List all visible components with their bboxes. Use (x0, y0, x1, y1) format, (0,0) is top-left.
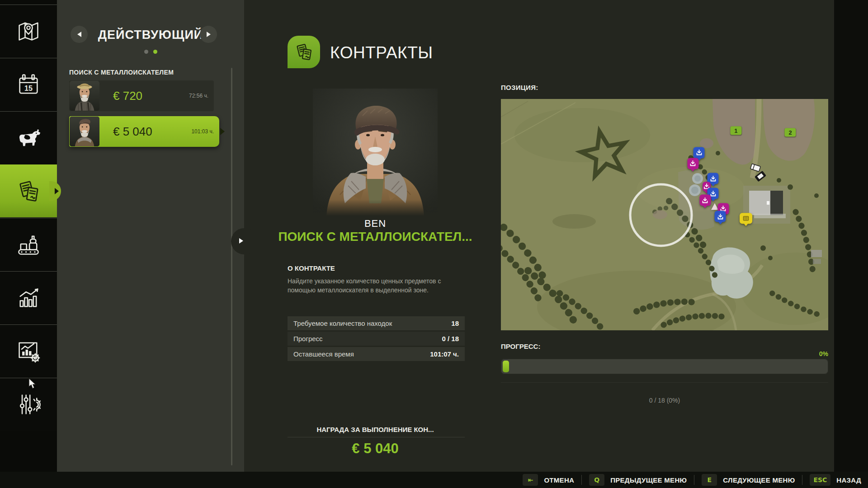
contract-title: ПОИСК С МЕТАЛЛОИСКАТЕЛ... (244, 230, 506, 244)
hotkey-previous-menu[interactable]: Q ПРЕДЫДУЩЕЕ МЕНЮ (589, 474, 687, 486)
sidebar-item-map[interactable] (0, 5, 57, 57)
stat-label: Прогресс (293, 335, 442, 343)
cursor-arrow-icon (28, 378, 37, 390)
contract-description: Найдите указанное количество ценных пред… (288, 277, 465, 295)
pager-dot (144, 50, 148, 54)
blue-unload-marker-icon[interactable] (693, 147, 705, 158)
contracts-icon (293, 42, 314, 62)
position-label: ПОЗИЦИЯ: (501, 84, 538, 91)
contract-reward: € 720 (113, 89, 189, 103)
table-row: Оставшееся время 101:07 ч. (288, 347, 465, 361)
divider (694, 475, 694, 485)
sidebar-item-finances[interactable] (0, 324, 57, 377)
backspace-key-icon: ⇤ (523, 474, 538, 486)
contract-stats-table: Требуемое количество находок 18 Прогресс… (288, 316, 465, 362)
stat-value: 0 / 18 (442, 335, 459, 343)
sidebar-item-animals[interactable] (0, 111, 57, 164)
contracts-screen: 15 (0, 0, 868, 488)
mouse-cursor (28, 378, 37, 392)
calendar-icon: 15 (15, 71, 42, 98)
map-terrain (501, 99, 828, 330)
hotkey-label: ОТМЕНА (544, 476, 574, 484)
field-number-badge[interactable]: 1 (730, 127, 741, 135)
hotkey-label: СЛЕДУЮЩЕЕ МЕНЮ (723, 476, 795, 484)
progress-caption: 0 / 18 (0%) (501, 397, 828, 404)
contract-list-item[interactable]: € 720 72:56 ч. (69, 80, 214, 111)
reward-label: НАГРАДА ЗА ВЫПОЛНЕНИЕ КОН... (244, 426, 506, 433)
pager-next-button[interactable] (200, 26, 217, 43)
q-key: Q (589, 474, 604, 486)
page-title: КОНТРАКТЫ (330, 43, 433, 62)
contract-list-item-selected[interactable]: € 5 040 101:03 ч. (69, 116, 219, 147)
npc-portrait (313, 89, 438, 216)
npc-thumbnail (70, 81, 99, 111)
progress-label: ПРОГРЕСС: (501, 343, 540, 350)
magenta-unload-marker-icon[interactable] (687, 158, 698, 169)
contract-time-left: 101:03 ч. (191, 128, 214, 135)
pager-dots (57, 50, 244, 54)
about-section-label: О КОНТРАКТЕ (288, 264, 335, 272)
npc-thumbnail (70, 117, 99, 146)
contracts-icon (15, 178, 42, 204)
list-scrollbar[interactable] (231, 68, 232, 465)
esc-key: ESC (810, 474, 830, 486)
right-edge-strip (834, 0, 868, 472)
sidebar-item-production[interactable] (0, 218, 57, 271)
panel-collapse-handle[interactable] (231, 228, 257, 254)
table-row: Прогресс 0 / 18 (288, 332, 465, 346)
stat-label: Требуемое количество находок (293, 319, 451, 327)
contract-list-panel: ДЕЙСТВУЮЩИЙ ПОИСК С МЕТАЛЛОИСКАТЕЛЕМ (57, 0, 244, 472)
table-row: Требуемое количество находок 18 (288, 316, 465, 330)
map-icon (15, 18, 42, 44)
active-tab-arrow-icon (55, 188, 59, 194)
sidebar-item-contracts[interactable] (0, 164, 57, 217)
hotkey-back[interactable]: ESC НАЗАД (810, 474, 861, 486)
npc-name: BEN (244, 218, 506, 230)
progress-percent: 0% (501, 350, 828, 357)
sidebar-item-calendar[interactable]: 15 (0, 58, 57, 111)
sidebar-item-statistics[interactable] (0, 271, 57, 324)
hotkey-bar: ⇤ ОТМЕНА Q ПРЕДЫДУЩЕЕ МЕНЮ E СЛЕДУЮЩЕЕ М… (0, 472, 868, 488)
blue-unload-marker-icon[interactable] (715, 211, 726, 222)
hotkey-label: НАЗАД (836, 476, 861, 484)
divider (581, 475, 582, 485)
contract-detail-panel: КОНТРАКТЫ (244, 0, 868, 472)
progress-bar (501, 359, 828, 374)
chevron-right-icon (207, 32, 211, 37)
contract-group-label: ПОИСК С МЕТАЛЛОИСКАТЕЛЕМ (69, 69, 174, 76)
e-key: E (702, 474, 717, 486)
hotkey-next-menu[interactable]: E СЛЕДУЮЩЕЕ МЕНЮ (702, 474, 795, 486)
hotkey-label: ПРЕДЫДУЩЕЕ МЕНЮ (610, 476, 687, 484)
stat-value: 101:07 ч. (430, 350, 459, 358)
svg-text:15: 15 (24, 84, 33, 92)
progress-bar-fill (503, 361, 509, 372)
contract-filter-pager: ДЕЙСТВУЮЩИЙ (57, 17, 244, 53)
divider (802, 475, 802, 485)
pager-dot-active (153, 50, 157, 54)
reward-value: € 5 040 (244, 441, 506, 457)
statistics-icon (15, 285, 42, 311)
magenta-unload-marker-icon[interactable] (699, 195, 711, 206)
settings-icon (15, 391, 42, 418)
cow-icon (15, 125, 42, 151)
expand-arrow-icon (239, 238, 243, 244)
stat-label: Оставшееся время (293, 350, 430, 358)
divider (288, 437, 465, 437)
contract-time-left: 72:56 ч. (189, 93, 208, 99)
divider (501, 382, 828, 383)
production-icon (15, 231, 42, 258)
yellow-grid-marker-icon[interactable] (740, 213, 752, 224)
selected-item-arrow-icon (220, 128, 225, 135)
main-menu-sidebar: 15 (0, 0, 57, 472)
contract-reward: € 5 040 (113, 125, 191, 139)
contract-position-map[interactable]: 1 2 (501, 99, 828, 330)
finances-icon (15, 338, 42, 364)
stat-value: 18 (451, 319, 459, 327)
hotkey-cancel[interactable]: ⇤ ОТМЕНА (523, 474, 574, 486)
contracts-page-badge (288, 36, 320, 68)
field-number-badge[interactable]: 2 (784, 128, 796, 137)
